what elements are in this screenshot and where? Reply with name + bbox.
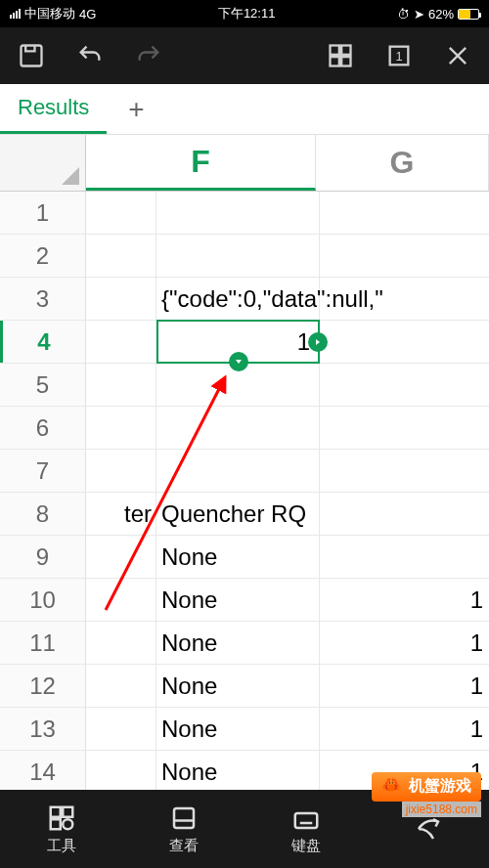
cell[interactable] xyxy=(156,192,320,234)
cell[interactable] xyxy=(86,579,156,621)
row: 10None1 xyxy=(0,579,489,622)
col-header-f[interactable]: F xyxy=(86,135,316,191)
row-header[interactable]: 3 xyxy=(0,278,86,320)
cell[interactable]: None xyxy=(156,536,320,578)
status-bar: 中国移动 4G 下午12:11 ⏱ ➤ 62% xyxy=(0,0,489,27)
row-header[interactable]: 5 xyxy=(0,364,86,406)
cell[interactable] xyxy=(86,192,156,234)
save-button[interactable] xyxy=(18,42,45,69)
cell[interactable] xyxy=(320,321,489,363)
cell[interactable] xyxy=(86,235,156,277)
row-header[interactable]: 1 xyxy=(0,192,86,234)
row: 7 xyxy=(0,450,489,493)
cell[interactable] xyxy=(156,450,320,492)
nav-tools[interactable]: 工具 xyxy=(47,803,76,855)
svg-rect-0 xyxy=(22,46,42,66)
cell[interactable] xyxy=(320,536,489,578)
svg-rect-3 xyxy=(331,57,339,65)
close-button[interactable] xyxy=(444,42,471,69)
crab-icon: 🦀 xyxy=(381,775,405,799)
cell[interactable] xyxy=(320,450,489,492)
cell[interactable] xyxy=(320,407,489,449)
undo-button[interactable] xyxy=(76,42,104,69)
cell[interactable] xyxy=(156,407,320,449)
svg-rect-1 xyxy=(331,46,339,55)
nav-keyboard[interactable]: 键盘 xyxy=(291,803,321,855)
cell[interactable] xyxy=(86,364,156,406)
nav-view[interactable]: 查看 xyxy=(169,803,199,855)
alarm-icon: ⏱ xyxy=(397,7,410,22)
cell[interactable]: 1 xyxy=(156,320,320,364)
window-button[interactable]: 1 xyxy=(385,42,413,69)
watermark: 🦀 机蟹游戏 jixie5188.com xyxy=(372,772,481,817)
row-header[interactable]: 6 xyxy=(0,407,86,449)
cell[interactable] xyxy=(86,407,156,449)
cell[interactable]: 1 xyxy=(320,665,489,707)
grid-button[interactable] xyxy=(327,42,354,69)
cell[interactable] xyxy=(320,364,489,406)
row-header[interactable]: 9 xyxy=(0,536,86,578)
cell[interactable]: 1 xyxy=(320,622,489,664)
col-header-g[interactable]: G xyxy=(316,135,489,191)
cell[interactable]: None xyxy=(156,579,320,621)
cell[interactable]: 1 xyxy=(320,579,489,621)
cell[interactable] xyxy=(86,622,156,664)
column-headers: F G xyxy=(0,135,489,192)
location-icon: ➤ xyxy=(414,7,424,22)
cell[interactable] xyxy=(320,235,489,277)
row-header[interactable]: 4 xyxy=(0,321,86,363)
cell[interactable] xyxy=(86,751,156,793)
svg-rect-9 xyxy=(63,806,72,816)
row-header[interactable]: 10 xyxy=(0,579,86,621)
cell[interactable]: None xyxy=(156,665,320,707)
cell[interactable]: ter xyxy=(86,493,156,535)
cell[interactable]: 1 xyxy=(320,708,489,750)
cell[interactable] xyxy=(86,278,156,320)
cell[interactable] xyxy=(86,708,156,750)
tools-icon xyxy=(47,803,76,833)
cell[interactable] xyxy=(86,450,156,492)
cell[interactable] xyxy=(86,536,156,578)
cell[interactable] xyxy=(156,235,320,277)
row-header[interactable]: 7 xyxy=(0,450,86,492)
keyboard-icon xyxy=(291,803,321,833)
cell[interactable] xyxy=(320,192,489,234)
row-header[interactable]: 11 xyxy=(0,622,86,664)
redo-button[interactable] xyxy=(135,42,162,69)
battery-icon xyxy=(458,9,479,20)
fill-handle-bottom[interactable] xyxy=(229,352,248,371)
sheet-tabs: Results + xyxy=(0,84,489,135)
row: 2 xyxy=(0,235,489,278)
share-icon xyxy=(414,814,443,844)
select-all-corner[interactable] xyxy=(0,135,86,191)
svg-rect-2 xyxy=(341,46,350,55)
tab-results[interactable]: Results xyxy=(0,84,107,134)
add-sheet-button[interactable]: + xyxy=(107,94,165,125)
cell[interactable]: None xyxy=(156,751,320,793)
spreadsheet-grid[interactable]: 123{"code":0,"data":null,"415678terQuenc… xyxy=(0,192,489,794)
cell[interactable]: Quencher RQ xyxy=(156,493,320,535)
row: 11None1 xyxy=(0,622,489,665)
cell[interactable]: None xyxy=(156,622,320,664)
app-toolbar: 1 xyxy=(0,27,489,84)
row-header[interactable]: 2 xyxy=(0,235,86,277)
row: 9None xyxy=(0,536,489,579)
row: 12None1 xyxy=(0,665,489,708)
row-header[interactable]: 12 xyxy=(0,665,86,707)
cell[interactable] xyxy=(86,665,156,707)
svg-point-11 xyxy=(63,819,72,829)
cell[interactable] xyxy=(86,321,156,363)
svg-rect-4 xyxy=(341,57,350,65)
row: 1 xyxy=(0,192,489,235)
row-header[interactable]: 13 xyxy=(0,708,86,750)
cell[interactable] xyxy=(320,493,489,535)
cell[interactable]: {"code":0,"data":null," xyxy=(156,278,320,320)
cell[interactable]: None xyxy=(156,708,320,750)
svg-rect-12 xyxy=(174,808,194,828)
nav-share[interactable] xyxy=(414,814,443,844)
row: 5 xyxy=(0,364,489,407)
row-header[interactable]: 14 xyxy=(0,751,86,793)
network-label: 4G xyxy=(79,7,96,22)
fill-handle-right[interactable] xyxy=(308,332,328,352)
row-header[interactable]: 8 xyxy=(0,493,86,535)
